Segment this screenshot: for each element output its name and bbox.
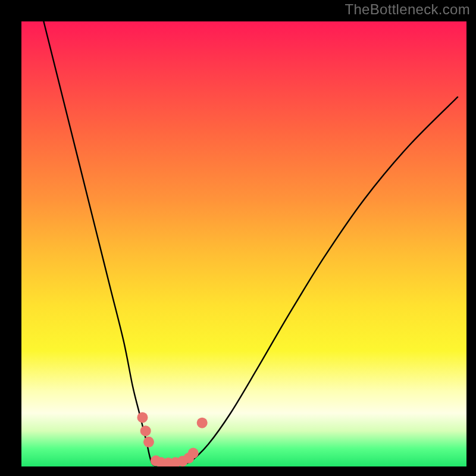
chart-frame: TheBottleneck.com (0, 0, 476, 476)
plot-background (21, 21, 466, 466)
watermark-text: TheBottleneck.com (345, 1, 470, 18)
